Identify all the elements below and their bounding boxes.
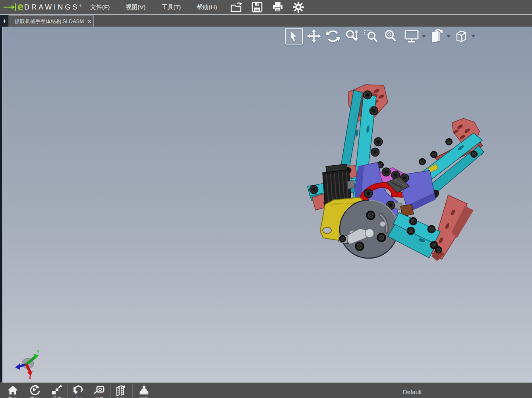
bottombar-divider [156, 384, 156, 398]
collapsed-panel-edge[interactable] [0, 27, 3, 383]
gripper-assembly-model[interactable] [0, 27, 532, 383]
add-tab-button[interactable]: + [1, 17, 8, 25]
menu-tools[interactable]: 工具(T) [153, 0, 189, 14]
print-button[interactable] [271, 1, 285, 14]
save-button[interactable] [250, 1, 264, 14]
bottombar-divider [110, 384, 111, 398]
axis-x-label: X [29, 375, 32, 380]
zoom-in-out-icon [345, 29, 359, 43]
zoom-area-icon [364, 29, 378, 43]
open-button[interactable] [229, 1, 244, 14]
menubar-divider [225, 0, 225, 14]
edrawings-window: e DRAWINGS ® 文件(F) 视图(V) 工具(T) 帮助(H) [0, 0, 532, 398]
document-tab[interactable]: 抓取机械手整体结构.SLDASM × [9, 15, 94, 27]
stamp-icon [138, 384, 150, 396]
bottom-toolbar: 主页 重设 爆炸 动画 [0, 383, 532, 398]
print-icon [272, 1, 284, 13]
tab-bar: + 抓取机械手整体结构.SLDASM × [0, 15, 532, 27]
rotate-icon [326, 29, 340, 43]
view-toolbar [285, 27, 476, 45]
settings-gear-icon [292, 1, 304, 13]
rotate-tool-button[interactable] [323, 27, 342, 45]
select-cursor-icon [289, 31, 299, 42]
logo-registered-mark: ® [79, 4, 81, 8]
orientation-dropdown-caret[interactable] [470, 27, 476, 45]
zoom-tool-button[interactable] [342, 27, 362, 45]
home-button[interactable]: 主页 [2, 384, 23, 398]
view-mode-button[interactable] [427, 27, 446, 45]
open-icon [230, 1, 243, 13]
menu-help[interactable]: 帮助(H) [189, 0, 225, 14]
view-mode-icon [429, 29, 443, 43]
axis-y-label: Y [37, 349, 40, 354]
measure-button[interactable]: 测量 [89, 384, 110, 398]
home-icon [7, 384, 19, 396]
model-viewport[interactable]: Y X [0, 27, 532, 383]
pan-tool-button[interactable] [304, 27, 323, 45]
orientation-cube-icon [454, 29, 468, 43]
reset-button[interactable]: 重设 [24, 384, 45, 398]
edrawings-logo: e DRAWINGS ® [0, 0, 82, 14]
orientation-button[interactable] [451, 27, 470, 45]
explode-icon [51, 384, 63, 396]
save-icon [251, 1, 263, 13]
measure-icon [93, 384, 105, 396]
animate-button[interactable]: 动画 [68, 384, 89, 398]
logo-name: DRAWINGS [24, 3, 79, 12]
zoom-area-tool-button[interactable] [362, 27, 381, 45]
menu-view[interactable]: 视图(V) [118, 0, 153, 14]
bottombar-divider [132, 384, 133, 398]
fullscreen-button[interactable] [402, 27, 421, 45]
zoom-fit-icon [383, 29, 397, 43]
menu-file[interactable]: 文件(F) [82, 0, 118, 14]
select-tool-button[interactable] [285, 28, 303, 44]
tab-close-icon[interactable]: × [88, 18, 91, 25]
section-icon [115, 384, 127, 396]
fullscreen-icon [404, 29, 419, 43]
logo-arrow-icon [3, 2, 17, 12]
animate-icon [72, 384, 84, 396]
fullscreen-dropdown-caret[interactable] [421, 27, 427, 45]
pan-icon [307, 29, 321, 43]
zoom-fit-tool-button[interactable] [381, 27, 400, 45]
section-button[interactable]: 剖面 [110, 384, 132, 398]
configuration-selector[interactable]: Default [403, 388, 422, 395]
logo-e: e [17, 2, 23, 12]
tab-title: 抓取机械手整体结构.SLDASM [15, 18, 84, 25]
explode-button[interactable]: 爆炸 [46, 384, 68, 398]
settings-button[interactable] [291, 1, 306, 14]
axis-triad: Y X [14, 348, 45, 380]
stamp-button[interactable]: 图章 [133, 384, 155, 398]
reset-icon [29, 384, 41, 396]
view-mode-dropdown-caret[interactable] [446, 27, 451, 45]
bottombar-divider [67, 384, 68, 398]
menu-bar: e DRAWINGS ® 文件(F) 视图(V) 工具(T) 帮助(H) [0, 0, 532, 15]
